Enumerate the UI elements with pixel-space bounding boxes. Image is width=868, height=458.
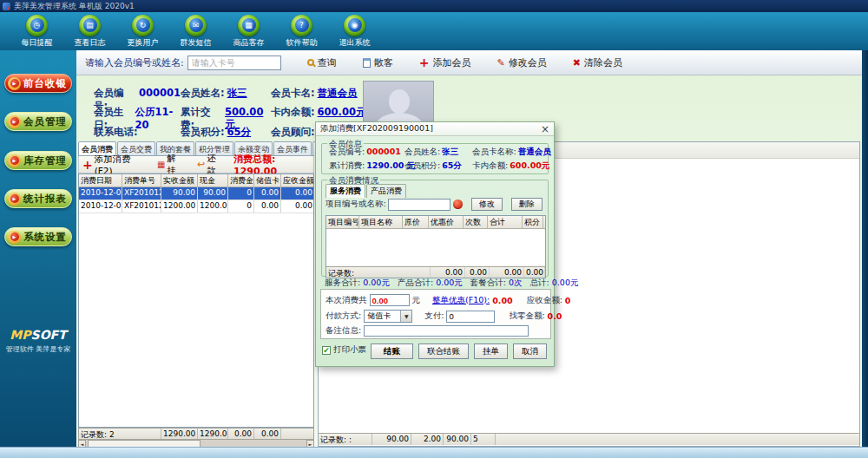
member-info-row-3: 联系电话: 会员积分:65分 会员顾问:未 [94,126,327,139]
amount-input[interactable] [370,294,410,306]
joint-settle-button[interactable]: 联合结账 [418,344,469,359]
member-search-bar: 请输入会员编号或姓名: 查询 散客 + 添加会员 ✎ 修改会员 ✖ 清除会员 [76,50,862,75]
power-icon: ◉ [344,15,365,36]
add-consume-button[interactable]: + 添加消费(F2) [82,154,142,176]
dialog-titlebar: 添加消费[XF202009190001] × [316,122,554,136]
whole-discount-link[interactable]: 整单优惠(F10): [432,295,490,306]
dialog-buttons: 结账 联合结账 挂单 取消 [371,344,547,359]
window-right-border [862,50,868,447]
table-row[interactable]: 2010-12-03 16: XF2010120336 1200.00 1200… [79,200,313,213]
pencil-icon: ✎ [496,57,504,69]
sidebar-item-members[interactable]: ▶ 会员管理 [4,112,72,131]
goods-icon: ▦ [238,15,260,36]
sidebar-item-cashier[interactable]: ▶ 前台收银 [4,74,72,93]
consumption-table[interactable]: 消费日期 消费单号 实收金额 现金 消费金额 储值卡 应收金额 2010-12-… [78,173,314,428]
chevron-down-icon: ▼ [400,311,411,322]
consume-tabs: 服务消费 产品消费 [326,184,407,198]
window-title: 美萍美发管理系统 单机版 2020v1 [14,1,135,12]
pay-input[interactable] [446,311,495,323]
checkbox-check-icon: ✔ [322,346,331,355]
avatar-head [389,89,410,114]
app-window: 美萍美发管理系统 单机版 2020v1 ◷ 每日提醒 ▤ 查看日志 ↻ 更换用户… [0,0,868,458]
hang-order-button[interactable]: 挂单 [474,344,508,359]
clear-icon: ✖ [573,57,581,69]
member-detail-panel: 会员消费 会员交费 我的套餐 积分管理 余额变动 会员事件 备注提醒 + 添加消… [78,141,314,447]
help-icon: ? [291,15,312,36]
dialog-title: 添加消费[XF202009190001] [320,123,433,134]
log-icon: ▤ [79,15,101,36]
sidebar-item-reports[interactable]: ▶ 统计报表 [4,189,72,208]
close-icon[interactable]: × [541,125,549,134]
search-label: 请输入会员编号或姓名: [85,56,184,69]
delete-item-button[interactable]: 删除 [511,198,542,211]
member-phone-field: 联系电话: [94,126,181,139]
items-table[interactable]: 项目编号 项目名称 原价 优惠价 次数 合计 积分 记录数: 0.00 0.00… [326,215,546,278]
status-bar [0,447,868,458]
consumption-table-footer: 记录数: 2 1290.00 1290.00 0.00 0.00 [78,428,314,440]
plus-icon: + [419,58,430,67]
sidebar-item-inventory[interactable]: ▶ 库存管理 [4,151,72,170]
clock-icon: ◷ [26,15,48,36]
toolbar-exit[interactable]: ◉ 退出系统 [328,12,381,50]
edit-member-button[interactable]: ✎ 修改会员 [496,56,546,69]
play-icon: ▶ [8,193,21,206]
item-search-icon[interactable] [453,200,463,209]
payment-method-select[interactable]: 储值卡 ▼ [364,310,412,323]
plus-icon: + [82,160,93,169]
items-table-footer: 记录数: 0.00 0.00 0.00 0.00 [326,266,545,278]
tab-product-consume[interactable]: 产品消费 [366,184,406,198]
modify-item-button[interactable]: 修改 [471,198,503,211]
item-search-row: 项目编号或名称: 修改 删除 [326,198,546,211]
sms-icon: ✉ [185,15,207,36]
walkin-button[interactable]: 散客 [363,56,393,69]
top-toolbar: ◷ 每日提醒 ▤ 查看日志 ↻ 更换用户 ✉ 群发短信 ▦ 商品客存 ? 软件帮… [0,12,868,50]
toolbar-switch-user[interactable]: ↻ 更换用户 [116,12,169,50]
table-header-row: 消费日期 消费单号 实收金额 现金 消费金额 储值卡 应收金额 [79,174,313,187]
service-panel-footer: 记录数: : 90.00 2.00 90.00 5 [319,433,859,445]
unhang-icon: ▦ [157,160,165,169]
play-icon: ▶ [8,115,21,128]
item-search-input[interactable] [388,199,450,211]
toolbar-daily-reminder[interactable]: ◷ 每日提醒 [10,12,63,50]
search-icon [307,59,314,66]
tab-service-consume[interactable]: 服务消费 [326,184,365,198]
brand-logo: MPSOFT 管理软件 美萍是专家 [0,328,76,354]
walkin-doc-icon [363,58,371,68]
app-icon [3,3,10,10]
play-icon: ▶ [8,154,21,167]
repay-arrow-icon: ↩ [197,159,205,170]
query-button[interactable]: 查询 [307,56,337,69]
payment-box: 本次消费共 元 整单优惠(F10): 0.00 应收金额: 0 付款方式: 储值… [320,289,551,339]
switch-user-icon: ↻ [132,15,154,36]
totals-row: 服务合计: 0.00元 产品合计: 0.00元 套餐合计: 0次 总计: 0.0… [325,278,547,289]
sidebar-item-settings[interactable]: ▶ 系统设置 [4,227,72,246]
add-member-button[interactable]: + 添加会员 [419,56,471,69]
toolbar-help[interactable]: ? 软件帮助 [275,12,328,50]
settle-button[interactable]: 结账 [371,344,413,359]
toolbar-group-sms[interactable]: ✉ 群发短信 [169,12,222,50]
add-consume-dialog: 添加消费[XF202009190001] × 会员信息 会员编号:000001 … [315,121,555,367]
toolbar-view-log[interactable]: ▤ 查看日志 [63,12,116,50]
note-input[interactable] [364,325,529,337]
play-icon: ▶ [8,231,21,244]
sidebar: ▶ 前台收银 ▶ 会员管理 ▶ 库存管理 ▶ 统计报表 ▶ 系统设置 MPSOF… [0,50,76,447]
items-table-header: 项目编号 项目名称 原价 优惠价 次数 合计 积分 [326,216,545,229]
table-row[interactable]: 2010-12-03 16: XF2010120340 90.00 90.00 … [79,187,313,200]
consumption-toolbar: + 添加消费(F2) ▦ 解挂 ↩ 还款 消费总额: 1290.00 [78,156,314,173]
toolbar-goods-storage[interactable]: ▦ 商品客存 [222,12,275,50]
titlebar: 美萍美发管理系统 单机版 2020v1 [0,0,868,12]
points-link[interactable]: 65分 [227,126,252,139]
cancel-button[interactable]: 取消 [513,344,547,359]
consume-detail-group: 会员消费情况 服务消费 产品消费 项目编号或名称: 修改 删除 项目编号 项目名… [321,180,549,277]
clear-member-button[interactable]: ✖ 清除会员 [573,56,622,69]
print-receipt-checkbox[interactable]: ✔ 打印小票 [322,344,366,356]
brand-slogan: 管理软件 美萍是专家 [0,344,76,354]
search-input[interactable] [187,56,281,70]
member-info-group: 会员信息 会员编号:000001 会员姓名:张三 会员卡名称:普通会员 累计消费… [321,143,549,174]
member-points-field: 会员积分:65分 [181,126,271,139]
member-photo [363,81,434,126]
play-icon: ▶ [8,77,21,90]
